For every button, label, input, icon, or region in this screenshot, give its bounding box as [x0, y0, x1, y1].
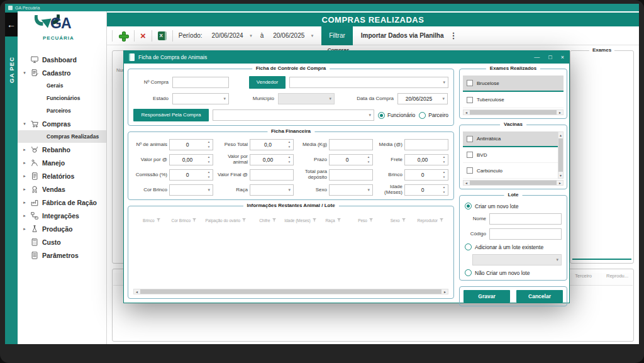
- grid-column-palpacao[interactable]: Palpação do ovário: [201, 218, 250, 223]
- scrollbar-thumb[interactable]: [470, 110, 557, 114]
- grid-column-idade[interactable]: Idade (Meses): [284, 218, 316, 223]
- raca-select[interactable]: [250, 184, 294, 196]
- filter-icon[interactable]: [440, 218, 443, 222]
- save-button[interactable]: Gravar: [464, 290, 510, 303]
- back-button[interactable]: ←: [5, 13, 18, 36]
- grid-column-chifre[interactable]: Chifre: [252, 218, 284, 223]
- excel-export-button[interactable]: X: [158, 31, 167, 40]
- minimize-button[interactable]: —: [534, 55, 540, 60]
- grid-column-raca[interactable]: Raça: [318, 218, 349, 223]
- filter-icon[interactable]: [337, 218, 341, 222]
- filter-icon[interactable]: [369, 218, 373, 222]
- filter-button[interactable]: Filtrar: [321, 26, 353, 45]
- filter-icon[interactable]: [157, 218, 160, 222]
- sidebar-item-gerais[interactable]: Gerais: [18, 79, 106, 92]
- scroll-down-icon[interactable]: ▼: [558, 172, 563, 178]
- close-button[interactable]: ×: [561, 55, 564, 60]
- scroll-right-icon[interactable]: ►: [557, 181, 563, 185]
- modal-titlebar[interactable]: Ficha de Compra de Animais — □ ×: [124, 51, 569, 64]
- filter-icon[interactable]: [272, 218, 276, 222]
- expander-icon[interactable]: ▾: [22, 70, 27, 75]
- vacina-carbunculo-row[interactable]: Carbúnculo: [463, 163, 558, 179]
- vertical-scrollbar[interactable]: ▲ ▼: [558, 131, 564, 179]
- delete-button[interactable]: ×: [140, 31, 146, 40]
- cancel-button[interactable]: Cancelar: [516, 290, 563, 303]
- checkbox-icon[interactable]: [467, 152, 473, 158]
- sidebar-item-vendas[interactable]: ▸ Vendas: [18, 182, 106, 196]
- filter-icon[interactable]: [313, 218, 316, 222]
- radio-nao-criar-lote[interactable]: Não Criar um novo lote: [465, 269, 562, 276]
- sidebar-item-relatorios[interactable]: ▸ Relatórios: [18, 169, 106, 182]
- sidebar-item-integracoes[interactable]: ▸ Integrações: [18, 209, 106, 222]
- grid-column-brinco[interactable]: Brinco: [136, 218, 167, 223]
- nome-field[interactable]: [489, 213, 562, 225]
- radio-funcionario[interactable]: Funcionário: [378, 112, 415, 119]
- date-from-dropdown[interactable]: 20/06/2024: [208, 30, 255, 42]
- date-to-dropdown[interactable]: 20/06/2025: [269, 30, 316, 42]
- scroll-left-icon[interactable]: ◄: [134, 289, 140, 294]
- sidebar-item-parametros[interactable]: Parâmetros: [18, 249, 106, 262]
- comissao-spinner[interactable]: 0: [169, 169, 213, 181]
- checkbox-icon[interactable]: [467, 80, 473, 86]
- checkbox-icon[interactable]: [467, 136, 473, 142]
- kebab-menu-icon[interactable]: ⋮: [450, 31, 458, 40]
- checkbox-icon[interactable]: [467, 167, 473, 174]
- total-deposito-field[interactable]: [329, 169, 373, 181]
- sidebar-item-compras-realizadas[interactable]: Compras Realizadas: [18, 130, 106, 143]
- valor-por-arroba-spinner[interactable]: 0,00: [169, 154, 213, 165]
- vendedor-select[interactable]: [289, 77, 448, 88]
- exame-brucelose-row[interactable]: Brucelose: [463, 75, 564, 92]
- vacina-bvd-row[interactable]: BVD: [463, 147, 558, 163]
- brinco-spinner[interactable]: 0: [404, 169, 448, 181]
- codigo-field[interactable]: [489, 228, 562, 240]
- vendedor-button[interactable]: Vendedor: [249, 76, 286, 89]
- scroll-right-icon[interactable]: ►: [557, 110, 563, 114]
- import-spreadsheet-button[interactable]: Importar Dados via Planilha: [361, 32, 444, 39]
- expander-icon[interactable]: ▸: [22, 174, 27, 179]
- responsavel-button[interactable]: Responsável Pela Compra: [133, 109, 209, 121]
- scroll-right-icon[interactable]: ►: [442, 289, 448, 294]
- data-compra-select[interactable]: 20/06/2025: [397, 93, 448, 104]
- sidebar-item-rebanho[interactable]: ▸ Rebanho: [18, 143, 106, 156]
- n-animais-spinner[interactable]: 0: [169, 139, 213, 150]
- filter-icon[interactable]: [242, 218, 246, 222]
- scrollbar-thumb[interactable]: [470, 181, 557, 185]
- sidebar-item-funcionarios[interactable]: Funcionários: [18, 92, 106, 104]
- peso-total-spinner[interactable]: 0,0: [250, 139, 294, 150]
- sidebar-item-custo[interactable]: Custo: [18, 235, 106, 249]
- scroll-left-icon[interactable]: ◄: [464, 181, 469, 185]
- sidebar-item-producao[interactable]: ▸ Produção: [18, 222, 106, 235]
- scroll-left-icon[interactable]: ◄: [464, 110, 469, 114]
- sexo-select[interactable]: [329, 184, 373, 196]
- idade-meses-spinner[interactable]: 0: [404, 184, 448, 196]
- expander-icon[interactable]: ▸: [22, 226, 27, 232]
- radio-parceiro[interactable]: Parceiro: [419, 112, 448, 119]
- grid-column-sexo[interactable]: Sexo: [382, 218, 414, 223]
- vacina-antirrabica-row[interactable]: Antirrábica: [463, 131, 558, 147]
- valor-por-animal-spinner[interactable]: 0,00: [250, 154, 294, 165]
- scrollbar-thumb[interactable]: [558, 138, 563, 172]
- grid-column-reprodutor[interactable]: Reprodutor: [414, 218, 446, 223]
- cor-brinco-select[interactable]: [169, 184, 213, 196]
- horizontal-scrollbar[interactable]: ◄ ►: [463, 180, 564, 186]
- media-kg-field[interactable]: [329, 139, 373, 150]
- filter-icon[interactable]: [402, 218, 406, 222]
- sidebar-item-compras[interactable]: ▾ Compras: [18, 117, 106, 130]
- scrollbar-thumb[interactable]: [140, 289, 441, 294]
- radio-criar-novo-lote[interactable]: Criar um novo lote: [465, 203, 562, 209]
- exame-tuberculose-row[interactable]: Tuberculose: [463, 92, 564, 108]
- media-arroba-field[interactable]: [404, 139, 448, 150]
- expander-icon[interactable]: ▸: [22, 213, 27, 218]
- expander-icon[interactable]: ▸: [22, 160, 27, 165]
- horizontal-scrollbar[interactable]: ◄ ►: [463, 109, 564, 115]
- scroll-up-icon[interactable]: ▲: [558, 132, 563, 138]
- expander-icon[interactable]: ▸: [22, 187, 27, 192]
- maximize-button[interactable]: □: [548, 55, 552, 60]
- n-compra-field[interactable]: [172, 77, 229, 88]
- radio-lote-existente[interactable]: Adicionar à um lote existente: [465, 243, 562, 250]
- expander-icon[interactable]: ▸: [22, 200, 27, 205]
- filter-icon[interactable]: [192, 218, 196, 222]
- estado-select[interactable]: [172, 93, 229, 104]
- grid-column-peso[interactable]: Peso: [350, 218, 381, 223]
- grid-column-cor-brinco[interactable]: Cor Brinco: [169, 218, 200, 223]
